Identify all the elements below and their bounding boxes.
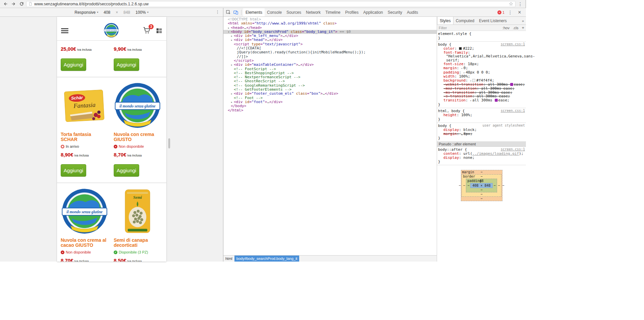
box-model-content[interactable]: 408 × 848 [470, 183, 492, 188]
viewport-height-input[interactable]: 848 [123, 10, 131, 15]
product-price: 8,90€Iva Inclusa [61, 152, 108, 158]
devtools-menu-icon[interactable]: ⋮ [506, 9, 514, 16]
zoom-select[interactable]: 100%▾ [136, 10, 149, 15]
box-model-margin[interactable]: margin− − border− − padding48 [461, 170, 502, 201]
product-image-giusto-logo[interactable]: il mondo senza glutine [61, 188, 108, 235]
bookmark-star-icon[interactable] [509, 2, 513, 6]
device-emulation-area: Responsive▾ 408 × 848 100%▾ ⋮ il mondo s… [0, 8, 223, 262]
color-swatch [472, 79, 475, 82]
error-icon: × [497, 10, 501, 14]
product-price: 25,00€Iva Inclusa [61, 46, 108, 52]
sidebar-tab-styles[interactable]: Styles [437, 17, 453, 25]
viewport-resize-handle[interactable] [168, 138, 170, 148]
expand-arrow-icon: ▸ [461, 133, 463, 136]
css-property[interactable]: margin: ▸8px; [438, 132, 525, 136]
expand-arrow-icon[interactable]: ▸ [231, 38, 234, 42]
border-label: border [463, 175, 475, 179]
device-mode-icon[interactable] [232, 9, 239, 16]
expand-arrow-icon[interactable]: ▸ [231, 63, 234, 67]
box-model-padding[interactable]: padding48 − 408 × 848 − − [466, 179, 497, 192]
sidebar-tab-event-listeners[interactable]: Event Listeners [477, 17, 509, 25]
devtools-tab-sources[interactable]: Sources [284, 8, 304, 16]
expand-arrow-icon[interactable]: ▾ [228, 30, 231, 34]
css-property[interactable]: display: none; [438, 156, 525, 160]
element-class-toggle[interactable]: .cls [513, 26, 519, 30]
dimension-separator: × [116, 10, 118, 15]
viewport-width-input[interactable]: 408 [103, 10, 111, 15]
site-logo[interactable]: il mondo senza glutine [104, 23, 119, 38]
product-card: 9,90€Iva InclusaAggiungi [114, 43, 161, 71]
sidebar-overflow-icon[interactable]: » [520, 17, 526, 25]
refresh-icon[interactable] [18, 1, 25, 7]
product-title[interactable]: Nuvola con crema al cacao GIUSTO [61, 238, 108, 248]
devtools-tab-profiles[interactable]: Profiles [343, 8, 361, 16]
devtools-close-icon[interactable]: × [516, 9, 523, 16]
devtools-tab-elements[interactable]: Elements [243, 8, 265, 16]
css-property[interactable]: font-family: "Helvetica",Arial,Helvetica… [438, 51, 525, 62]
product-title[interactable]: Semi di canapa decorticati [114, 238, 161, 248]
device-type-select[interactable]: Responsive▾ [74, 10, 98, 15]
product-title[interactable]: Torta fantasia SCHAR [61, 132, 108, 142]
console-error-badge[interactable]: × 1 [497, 10, 504, 14]
availability-icon [61, 145, 64, 148]
svg-text:il mondo senza glutine: il mondo senza glutine [119, 104, 155, 108]
dom-breadcrumbs: htmlbody#body_searchProd.body_lang_it [223, 255, 437, 262]
devtools-tab-network[interactable]: Network [304, 8, 323, 16]
styles-section-header: Pseudo ::after element [437, 142, 526, 147]
new-style-rule-icon[interactable]: + [522, 25, 524, 30]
dom-tree-node[interactable]: jQuery(document).ready(function(){initMo… [223, 50, 437, 54]
resource-link[interactable]: ../images/loading.gif [472, 151, 519, 156]
styles-filter-input[interactable]: Filter [439, 26, 499, 30]
add-to-cart-button[interactable]: Aggiungi [114, 164, 139, 177]
availability-label: Disponibile (3 PZ) [119, 250, 148, 254]
browser-menu-icon[interactable]: ⋮ [517, 1, 524, 7]
elements-tree: <!DOCTYPE html><html xmlns="http://www.w… [223, 17, 437, 255]
box-model-border[interactable]: border− − padding48 − 408 × 848 − [462, 174, 501, 197]
dom-tree-node[interactable]: //]]> [223, 55, 437, 59]
expand-arrow-icon: ▸ [461, 67, 463, 70]
price-value: 8,70€ [114, 152, 126, 157]
devtools-tab-console[interactable]: Console [265, 8, 284, 16]
url-text[interactable]: www.senzaglutinearoma.it/it/prodotti/sec… [34, 2, 507, 6]
dom-tree-node[interactable]: ▸<div id="foot">…</div> [223, 100, 437, 104]
sidebar-tab-computed[interactable]: Computed [453, 17, 477, 25]
expand-arrow-icon[interactable]: ▸ [231, 34, 234, 38]
address-bar[interactable]: www.senzaglutinearoma.it/it/prodotti/sec… [26, 1, 516, 7]
cart-icon[interactable]: 3 [143, 27, 151, 35]
dom-tree-node[interactable]: </html> [223, 108, 437, 112]
css-property[interactable]: transition: ▸all 300ms ease; [438, 98, 525, 103]
availability-status: Non disponibile [114, 144, 161, 148]
add-to-cart-button[interactable]: Aggiungi [114, 58, 139, 71]
stylesheet-link[interactable]: screen.css:1 [501, 109, 525, 113]
view-toggle-icon[interactable] [156, 28, 162, 34]
devtools-tabs: ElementsConsoleSourcesNetworkTimelinePro… [243, 8, 420, 16]
add-to-cart-button[interactable]: Aggiungi [61, 58, 86, 71]
product-image-schar-fantasia[interactable]: Schär Fantasia [61, 82, 108, 129]
product-title[interactable]: Nuvola con crema GIUSTO [114, 132, 161, 142]
dom-tree-node[interactable]: </body> [223, 104, 437, 108]
devtools-tab-application[interactable]: Application [361, 8, 385, 16]
product-image-hemp-seeds[interactable]: Semi [114, 188, 161, 235]
expand-arrow-icon[interactable]: ▸ [228, 26, 231, 30]
product-image-giusto-logo[interactable]: il mondo senza glutine [114, 82, 161, 129]
browser-toolbar: www.senzaglutinearoma.it/it/prodotti/sec… [0, 0, 526, 8]
breadcrumb[interactable]: html [223, 256, 234, 262]
css-selector[interactable]: element.style [438, 32, 467, 36]
devtools-tab-timeline[interactable]: Timeline [323, 8, 343, 16]
devtools-tab-audits[interactable]: Audits [405, 8, 420, 16]
device-toolbar-menu-icon[interactable]: ⋮ [215, 9, 220, 14]
css-property[interactable]: height: 100%; [438, 113, 525, 117]
add-to-cart-button[interactable]: Aggiungi [61, 164, 86, 177]
forward-icon[interactable] [10, 1, 17, 7]
devtools-panel: ElementsConsoleSourcesNetworkTimelinePro… [223, 8, 526, 262]
back-icon[interactable] [2, 1, 9, 7]
menu-icon[interactable] [61, 28, 68, 33]
breadcrumb[interactable]: body#body_searchProd.body_lang_it [234, 256, 300, 262]
availability-icon [114, 250, 117, 254]
inspect-element-icon[interactable] [225, 9, 232, 16]
stylesheet-link[interactable]: screen.css:1 [501, 42, 525, 47]
devtools-toolbar: ElementsConsoleSourcesNetworkTimelinePro… [223, 8, 526, 17]
pseudo-state-toggle[interactable]: :hov [502, 26, 509, 30]
devtools-tab-security[interactable]: Security [385, 8, 405, 16]
expand-arrow-icon[interactable]: ▸ [231, 92, 234, 96]
